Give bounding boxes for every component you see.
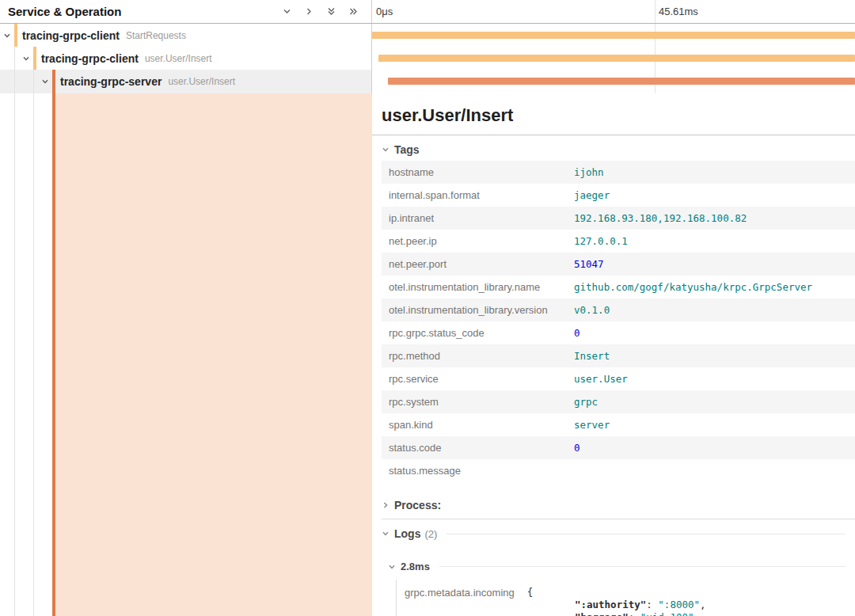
timeline-header: Service & Operation [0,0,855,24]
tag-value: grpc [574,396,598,408]
tag-row: status.code0 [382,436,855,459]
tag-key: hostname [382,166,574,178]
tag-value: 0 [574,442,580,454]
log-entry: 2.8ms grpc.metadata.incoming{ ":authorit… [380,553,855,616]
span-service-name: tracing-grpc-server [60,75,162,88]
log-fields-table: grpc.metadata.incoming{ ":authority": ":… [396,580,855,616]
tag-key: span.kind [382,419,574,431]
span-service-name: tracing-grpc-client [22,29,120,42]
tag-key: rpc.method [382,350,574,362]
timeline-tick-label: 45.61ms [659,6,698,17]
tag-row: rpc.grpc.status_code0 [382,321,855,344]
span-color-bar [14,24,17,47]
log-field-row: grpc.metadata.incoming{ ":authority": ":… [405,586,855,616]
tag-row: hostnameijohn [382,161,855,184]
span-service-name: tracing-grpc-client [41,52,139,65]
process-section-header[interactable]: Process: [372,492,855,519]
tag-value: jaeger [574,189,610,201]
process-label: Process: [394,499,441,511]
span-row[interactable]: tracing-grpc-serveruser.User/Insert [0,70,855,93]
tag-row: otel.instrumentation_library.namegithub.… [382,276,855,298]
tag-value: Insert [574,350,610,362]
chevron-right-icon [382,501,390,509]
tags-table: hostnameijohninternal.span.formatjaegeri… [382,161,855,482]
indent-guide [33,93,34,616]
tag-row: status.message [382,459,855,482]
tag-key: status.message [382,465,574,477]
tag-key: net.peer.ip [382,235,574,247]
tag-row: ip.intranet192.168.93.180,192.168.100.82 [382,207,855,230]
tag-row: span.kindserver [382,413,855,436]
selected-span-indent-area [0,93,372,616]
tag-row: rpc.systemgrpc [382,390,855,413]
span-duration-bar[interactable] [378,55,855,62]
header-rule [446,534,846,534]
span-detail-title-row: user.User/Insert [372,93,855,135]
chevron-down-icon [388,563,396,571]
jaeger-trace-detail-view: Service & Operation [0,0,855,616]
span-detail-panel: user.User/Insert Tags hostnameijohninter… [372,93,855,616]
span-detail-title: user.User/Insert [382,105,842,126]
log-field-json-value: { ":authority": ":8000", "baggage": "uid… [527,586,706,616]
span-color-bar [33,47,36,70]
tag-key: otel.instrumentation_library.name [382,281,574,293]
double-chevron-down-icon[interactable] [326,6,336,17]
tag-row: rpc.methodInsert [382,344,855,367]
double-chevron-right-icon[interactable] [348,6,359,17]
tag-value: server [574,419,610,431]
tree-controls [282,6,359,17]
chevron-down-icon[interactable] [40,78,51,86]
log-field-key: grpc.metadata.incoming [405,586,515,599]
logs-section-header[interactable]: Logs (2) [372,519,855,544]
span-operation-name: user.User/Insert [145,53,212,64]
span-operation-name: user.User/Insert [168,76,235,87]
span-row[interactable]: tracing-grpc-clientStartRequests [0,24,855,47]
logs-label: Logs [394,527,420,540]
selected-span-accent-block [52,93,372,616]
trace-timeline: Service & Operation [0,0,855,93]
chevron-right-icon[interactable] [304,6,314,17]
tag-key: rpc.system [382,396,574,408]
span-detail-row: user.User/Insert Tags hostnameijohninter… [0,93,855,616]
tag-key: otel.instrumentation_library.version [382,304,574,316]
tag-row: net.peer.ip127.0.0.1 [382,230,855,253]
tag-value: user.User [574,373,628,385]
tag-key: internal.span.format [382,189,574,201]
tag-value: 192.168.93.180,192.168.100.82 [574,212,747,224]
tag-value: github.com/gogf/katyusha/krpc.GrpcServer [574,281,812,293]
span-operation-name: StartRequests [126,30,186,41]
tag-value: ijohn [574,166,604,178]
log-entry-header[interactable]: 2.8ms [380,553,855,576]
chevron-down-icon[interactable] [282,6,292,17]
tag-row: rpc.serviceuser.User [382,367,855,390]
span-row[interactable]: tracing-grpc-clientuser.User/Insert [0,47,855,70]
tag-key: status.code [382,442,574,454]
span-rows: tracing-grpc-clientStartRequeststracing-… [0,24,855,93]
logs-count: (2) [424,528,437,540]
indent-guide [0,70,19,93]
tags-section-header[interactable]: Tags [372,135,855,161]
tag-row: internal.span.formatjaeger [382,184,855,207]
indent-guide [19,70,38,93]
chevron-down-icon[interactable] [21,55,32,63]
service-operation-header: Service & Operation [0,0,372,23]
tag-key: ip.intranet [382,212,574,224]
tag-row: net.peer.port51047 [382,253,855,276]
indent-guide [14,93,15,616]
tag-value: 127.0.0.1 [574,235,628,247]
chevron-down-icon[interactable] [2,32,13,40]
tag-key: rpc.grpc.status_code [382,327,574,339]
timeline-ticks: 0μs 45.61ms [372,0,855,23]
tag-value: 51047 [574,258,604,270]
chevron-down-icon [382,146,390,154]
chevron-down-icon [382,530,390,538]
span-duration-bar[interactable] [388,78,855,85]
service-operation-title: Service & Operation [8,5,121,18]
tag-key: rpc.service [382,373,574,385]
header-rule [439,566,846,567]
tag-row: otel.instrumentation_library.versionv0.1… [382,298,855,321]
span-duration-bar[interactable] [372,32,855,39]
timeline-tick-label: 0μs [376,6,393,17]
tag-value: 0 [574,327,580,339]
indent-guide [0,47,19,70]
